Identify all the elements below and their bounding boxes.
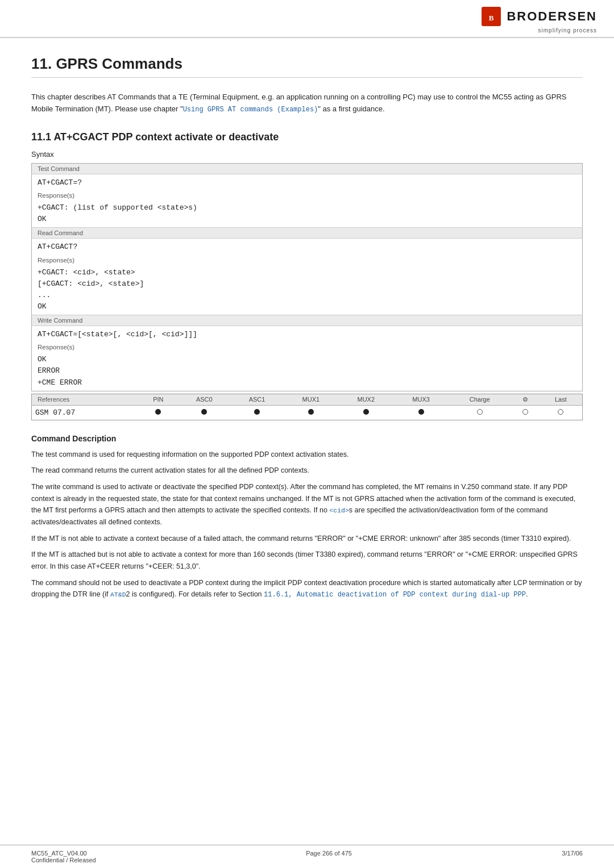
ref-col-header-label: References	[32, 394, 139, 405]
asc0-filled-dot	[201, 409, 207, 415]
write-command-header-row: Write Command	[32, 315, 583, 326]
logo-name: BRODERSEN	[507, 9, 597, 24]
command-description-section: Command Description The test command is …	[31, 434, 583, 601]
intro-paragraph: This chapter describes AT Commands that …	[31, 91, 583, 115]
desc-para-6: The command should not be used to deacti…	[31, 577, 583, 601]
write-response-code: OKERROR+CME ERROR	[32, 351, 583, 391]
write-command-label: Write Command	[32, 315, 583, 326]
test-response-code-row: +CGACT: (list of supported <state>s)OK	[32, 199, 583, 228]
write-response-label-row: Response(s)	[32, 343, 583, 351]
ref-col-header-icon: ⚙	[511, 394, 540, 405]
page-header: B BRODERSEN simplifying process	[0, 0, 614, 38]
ref-col-header-asc0: ASC0	[178, 394, 231, 405]
ref-col-header-charge: Charge	[449, 394, 511, 405]
desc-para-5: If the MT is attached but is not able to…	[31, 549, 583, 572]
ref-col-header-mux1: MUX1	[283, 394, 338, 405]
read-response-label: Response(s)	[32, 256, 583, 264]
ref-asc1-dot	[231, 405, 284, 420]
section-11-1-title: 11.1 AT+CGACT PDP context activate or de…	[31, 131, 583, 143]
footer-left: MC55_ATC_V04.00 Confidential / Released	[31, 850, 96, 863]
asc1-filled-dot	[254, 409, 260, 415]
ref-icon-dot	[511, 405, 540, 420]
ref-col-header-pin: PIN	[139, 394, 178, 405]
ref-last-dot	[540, 405, 583, 420]
inline-code-cid-1: <cid>	[329, 507, 349, 514]
logo-area: B BRODERSEN simplifying process	[480, 6, 597, 34]
ref-charge-dot	[449, 405, 511, 420]
mux2-filled-dot	[363, 409, 369, 415]
ref-asc0-dot	[178, 405, 231, 420]
section-link[interactable]: 11.6.1, Automatic deactivation of PDP co…	[264, 591, 526, 599]
footer-doc-id: MC55_ATC_V04.00	[31, 850, 87, 857]
ref-col-header-mux3: MUX3	[393, 394, 449, 405]
section-number: 11.1	[31, 131, 51, 143]
icon-empty-dot	[522, 409, 528, 415]
read-response-label-row: Response(s)	[32, 256, 583, 264]
read-response-code: +CGACT: <cid>, <state>[+CGACT: <cid>, <s…	[32, 264, 583, 315]
ref-gsm-label: GSM 07.07	[32, 405, 139, 420]
chapter-name: GPRS Commands	[56, 55, 182, 72]
brodersen-logo-icon: B	[480, 6, 502, 27]
read-command-code: AT+CGACT?	[32, 239, 583, 256]
page-footer: MC55_ATC_V04.00 Confidential / Released …	[0, 845, 614, 868]
chapter-title: 11. GPRS Commands	[31, 55, 583, 78]
last-empty-dot	[558, 409, 563, 415]
intro-link[interactable]: Using GPRS AT commands (Examples)	[183, 106, 318, 114]
read-response-code-row: +CGACT: <cid>, <state>[+CGACT: <cid>, <s…	[32, 264, 583, 315]
footer-center: Page 266 of 475	[306, 850, 352, 863]
logo-subtitle: simplifying process	[538, 27, 597, 34]
ref-col-header-mux2: MUX2	[338, 394, 393, 405]
test-command-header-row: Test Command	[32, 163, 583, 174]
ref-pin-dot	[139, 405, 178, 420]
write-response-label: Response(s)	[32, 343, 583, 351]
syntax-label: Syntax	[31, 150, 583, 158]
syntax-table: Test Command AT+CGACT=? Response(s) +CGA…	[31, 163, 583, 391]
reference-table: References PIN ASC0 ASC1 MUX1 MUX2 MUX3 …	[31, 394, 583, 420]
write-command-code: AT+CGACT=[<state>[, <cid>[, <cid>]]]	[32, 326, 583, 343]
section-name: AT+CGACT PDP context activate or deactiv…	[53, 131, 279, 143]
ref-col-header-last: Last	[540, 394, 583, 405]
read-command-label: Read Command	[32, 228, 583, 239]
pin-filled-dot	[155, 409, 161, 415]
desc-para-4: If the MT is not able to activate a cont…	[31, 533, 583, 545]
cmd-desc-title: Command Description	[31, 434, 583, 443]
ref-data-row: GSM 07.07	[32, 405, 583, 420]
main-content: 11. GPRS Commands This chapter describes…	[0, 38, 614, 640]
write-response-code-row: OKERROR+CME ERROR	[32, 351, 583, 391]
mux3-filled-dot	[418, 409, 424, 415]
write-command-code-row: AT+CGACT=[<state>[, <cid>[, <cid>]]]	[32, 326, 583, 343]
test-command-code: AT+CGACT=?	[32, 174, 583, 191]
test-response-label-row: Response(s)	[32, 191, 583, 199]
svg-text:B: B	[489, 14, 494, 22]
footer-page: Page 266 of 475	[306, 850, 352, 857]
mux1-filled-dot	[308, 409, 314, 415]
chapter-number: 11.	[31, 55, 52, 72]
read-command-code-row: AT+CGACT?	[32, 239, 583, 256]
test-command-label: Test Command	[32, 163, 583, 174]
desc-para-3: The write command is used to activate or…	[31, 481, 583, 528]
desc-para-2: The read command returns the current act…	[31, 465, 583, 477]
ref-mux3-dot	[393, 405, 449, 420]
desc-para-1: The test command is used for requesting …	[31, 449, 583, 461]
read-command-header-row: Read Command	[32, 228, 583, 239]
ref-header-row: References PIN ASC0 ASC1 MUX1 MUX2 MUX3 …	[32, 394, 583, 405]
ref-mux1-dot	[283, 405, 338, 420]
test-response-code: +CGACT: (list of supported <state>s)OK	[32, 199, 583, 228]
footer-status: Confidential / Released	[31, 857, 96, 863]
test-command-code-row: AT+CGACT=?	[32, 174, 583, 191]
ref-col-header-asc1: ASC1	[231, 394, 284, 405]
charge-empty-dot	[477, 409, 483, 415]
inline-code-atd: AT&D	[110, 591, 126, 598]
ref-mux2-dot	[338, 405, 393, 420]
intro-text-end: " as a first guidance.	[318, 105, 384, 113]
test-response-label: Response(s)	[32, 191, 583, 199]
footer-right: 3/17/06	[562, 850, 583, 863]
